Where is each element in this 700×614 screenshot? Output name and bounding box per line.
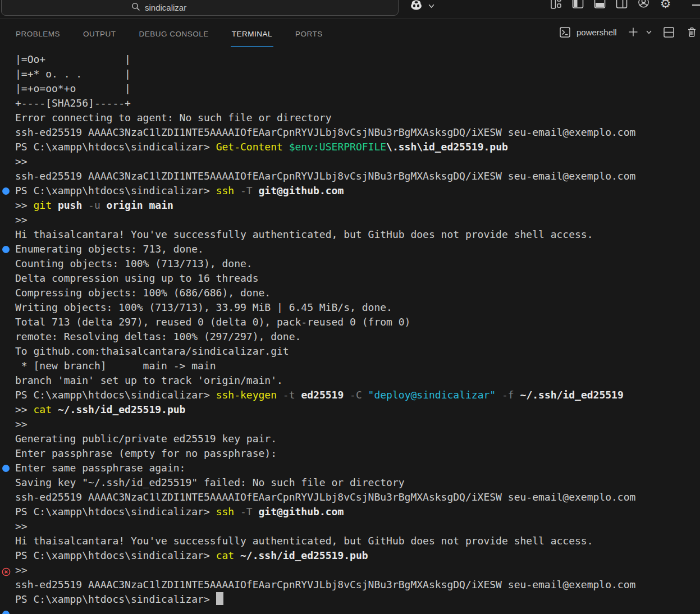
copilot-chevron-down-icon[interactable] [428, 2, 435, 12]
terminal-line: Writing objects: 100% (713/713), 33.99 M… [0, 300, 700, 315]
kill-terminal-trash-button[interactable] [685, 24, 699, 40]
terminal-output[interactable]: |=Oo+ ||=+* o. . . ||=+o=oo*+o |+----[SH… [0, 52, 700, 614]
terminal-line: >> git push -u origin main [0, 198, 700, 213]
terminal-line: Generating public/private ed25519 key pa… [0, 432, 700, 446]
terminal-line: Hi thaisalcantara! You've successfully a… [0, 534, 700, 548]
terminal-line: remote: Resolving deltas: 100% (297/297)… [0, 329, 700, 344]
command-decoration-dot[interactable] [2, 465, 10, 472]
split-terminal-button[interactable] [662, 24, 676, 40]
terminal-line: * [new branch] main -> main [0, 359, 700, 373]
terminal-line: PS C:\xampp\htdocs\sindicalizar> ssh -T … [0, 505, 700, 519]
toggle-secondary-sidebar-icon[interactable] [616, 0, 628, 11]
terminal-line: PS C:\xampp\htdocs\sindicalizar> ssh-key… [0, 388, 700, 402]
account-icon[interactable] [638, 0, 649, 11]
terminal-line: branch 'main' set up to track 'origin/ma… [0, 373, 700, 388]
launch-profile-chevron-icon[interactable] [645, 24, 653, 40]
command-decoration-dot[interactable] [2, 611, 10, 614]
terminal-line: |=+o=oo*+o | [0, 81, 700, 96]
tab-output[interactable]: OUTPUT [82, 25, 117, 47]
command-center-search[interactable]: sindicalizar [1, 0, 399, 16]
terminal-line: PS C:\xampp\htdocs\sindicalizar> [0, 592, 700, 607]
tab-debug-console[interactable]: DEBUG CONSOLE [138, 25, 210, 47]
terminal-line: Total 713 (delta 297), reused 0 (delta 0… [0, 315, 700, 329]
terminal-line: Error connecting to agent: No such file … [0, 111, 700, 125]
terminal-line: Delta compression using up to 16 threads [0, 271, 700, 286]
terminal-line: Compressing objects: 100% (686/686), don… [0, 286, 700, 300]
panel-tabs: PROBLEMSOUTPUTDEBUG CONSOLETERMINALPORTS [15, 25, 324, 47]
search-icon [131, 2, 140, 13]
terminal-line: To github.com:thaisalcantara/sindicaliza… [0, 344, 700, 359]
terminal-line: >> [0, 519, 700, 534]
command-decoration-dot[interactable] [2, 246, 10, 253]
terminal-line: PS C:\xampp\htdocs\sindicalizar> cat ~/.… [0, 548, 700, 563]
tab-terminal[interactable]: TERMINAL [231, 25, 273, 47]
terminal-line: ssh-ed25519 AAAAC3NzaC1lZDI1NTE5AAAAIOfE… [0, 490, 700, 505]
terminal-line: >> [0, 213, 700, 227]
shell-name-label[interactable]: powershell [577, 28, 617, 37]
terminal-line: Enter passphrase (empty for no passphras… [0, 446, 700, 461]
customize-layout-icon[interactable] [550, 0, 562, 11]
terminal-line [0, 607, 700, 614]
terminal-line: >> [0, 563, 700, 578]
terminal-line: ssh-ed25519 AAAAC3NzaC1lZDI1NTE5AAAAIOfE… [0, 578, 700, 592]
terminal-line: ssh-ed25519 AAAAC3NzaC1lZDI1NTE5AAAAIOfE… [0, 125, 700, 140]
terminal-line: Enumerating objects: 713, done. [0, 242, 700, 256]
toggle-primary-sidebar-icon[interactable] [572, 0, 584, 11]
terminal-line: >> cat ~/.ssh/id_ed25519.pub [0, 402, 700, 417]
terminal-line: Counting objects: 100% (713/713), done. [0, 256, 700, 271]
powershell-terminal-icon[interactable] [558, 24, 571, 40]
terminal-line: Saving key "~/.ssh/id_ed25519" failed: N… [0, 475, 700, 490]
terminal-line: PS C:\xampp\htdocs\sindicalizar> Get-Con… [0, 140, 700, 154]
title-bar: sindicalizar [0, 0, 700, 19]
panel-header: PROBLEMSOUTPUTDEBUG CONSOLETERMINALPORTS… [0, 20, 700, 51]
terminal-line: >> [0, 154, 700, 169]
tab-problems[interactable]: PROBLEMS [15, 25, 61, 47]
toggle-panel-icon[interactable] [594, 0, 606, 11]
tab-ports[interactable]: PORTS [294, 25, 324, 47]
terminal-line: +----[SHA256]-----+ [0, 96, 700, 111]
minimize-icon[interactable] [692, 4, 700, 6]
terminal-line: PS C:\xampp\htdocs\sindicalizar> ssh -T … [0, 184, 700, 198]
terminal-line: Hi thaisalcantara! You've successfully a… [0, 227, 700, 242]
terminal-line: Enter same passphrase again: [0, 461, 700, 475]
terminal-cursor [216, 592, 223, 605]
new-terminal-button[interactable] [626, 24, 640, 40]
settings-gear-icon[interactable]: ⚙ [660, 0, 671, 11]
terminal-toolbar: powershell [558, 24, 700, 40]
terminal-line: >> [0, 417, 700, 432]
terminal-line: ssh-ed25519 AAAAC3NzaC1lZDI1NTE5AAAAIOfE… [0, 169, 700, 184]
copilot-icon[interactable] [409, 0, 424, 15]
search-query-text: sindicalizar [145, 3, 186, 12]
command-decoration-dot[interactable] [2, 187, 10, 195]
terminal-line: |=Oo+ | [0, 52, 700, 67]
terminal-line: |=+* o. . . | [0, 67, 700, 81]
